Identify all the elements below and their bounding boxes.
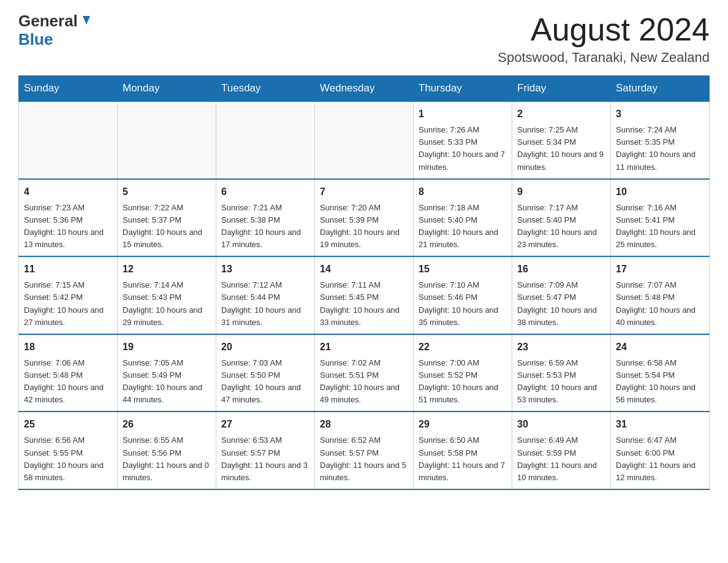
day-info: Sunrise: 7:00 AM Sunset: 5:52 PM Dayligh… <box>419 357 507 407</box>
day-info: Sunrise: 7:06 AM Sunset: 5:48 PM Dayligh… <box>24 357 112 407</box>
day-info: Sunrise: 7:11 AM Sunset: 5:45 PM Dayligh… <box>320 279 408 329</box>
calendar-cell: 22Sunrise: 7:00 AM Sunset: 5:52 PM Dayli… <box>414 334 512 412</box>
calendar-cell: 25Sunrise: 6:56 AM Sunset: 5:55 PM Dayli… <box>19 412 118 489</box>
calendar-cell: 16Sunrise: 7:09 AM Sunset: 5:47 PM Dayli… <box>512 256 611 334</box>
calendar-cell: 18Sunrise: 7:06 AM Sunset: 5:48 PM Dayli… <box>19 334 118 412</box>
calendar-cell: 19Sunrise: 7:05 AM Sunset: 5:49 PM Dayli… <box>118 334 216 412</box>
day-info: Sunrise: 6:55 AM Sunset: 5:56 PM Dayligh… <box>123 434 211 484</box>
day-number: 24 <box>616 340 704 354</box>
calendar-header-sunday: Sunday <box>19 76 118 102</box>
day-info: Sunrise: 6:50 AM Sunset: 5:58 PM Dayligh… <box>419 434 507 484</box>
logo-blue: Blue <box>18 30 53 49</box>
day-info: Sunrise: 7:23 AM Sunset: 5:36 PM Dayligh… <box>24 202 112 251</box>
day-info: Sunrise: 6:52 AM Sunset: 5:57 PM Dayligh… <box>320 434 408 484</box>
day-info: Sunrise: 7:09 AM Sunset: 5:47 PM Dayligh… <box>517 279 605 329</box>
day-info: Sunrise: 6:53 AM Sunset: 5:57 PM Dayligh… <box>221 434 309 484</box>
calendar-table: SundayMondayTuesdayWednesdayThursdayFrid… <box>18 75 710 490</box>
calendar-week-row: 1Sunrise: 7:26 AM Sunset: 5:33 PM Daylig… <box>19 101 710 179</box>
calendar-cell <box>315 101 414 179</box>
day-number: 4 <box>24 185 112 199</box>
calendar-week-row: 11Sunrise: 7:15 AM Sunset: 5:42 PM Dayli… <box>19 256 710 334</box>
day-info: Sunrise: 7:10 AM Sunset: 5:46 PM Dayligh… <box>419 279 507 329</box>
day-number: 9 <box>517 185 605 199</box>
calendar-week-row: 18Sunrise: 7:06 AM Sunset: 5:48 PM Dayli… <box>19 334 710 412</box>
day-number: 6 <box>221 185 309 199</box>
calendar-cell: 28Sunrise: 6:52 AM Sunset: 5:57 PM Dayli… <box>315 412 414 489</box>
calendar-cell: 30Sunrise: 6:49 AM Sunset: 5:59 PM Dayli… <box>512 412 611 489</box>
day-info: Sunrise: 7:16 AM Sunset: 5:41 PM Dayligh… <box>616 202 704 251</box>
calendar-cell: 14Sunrise: 7:11 AM Sunset: 5:45 PM Dayli… <box>315 256 414 334</box>
day-info: Sunrise: 7:25 AM Sunset: 5:34 PM Dayligh… <box>517 124 605 174</box>
day-number: 10 <box>616 185 704 199</box>
day-info: Sunrise: 7:26 AM Sunset: 5:33 PM Dayligh… <box>419 124 507 174</box>
calendar-header-wednesday: Wednesday <box>315 76 414 102</box>
day-number: 7 <box>320 185 408 199</box>
day-number: 17 <box>616 262 704 277</box>
day-info: Sunrise: 6:49 AM Sunset: 5:59 PM Dayligh… <box>517 434 605 484</box>
day-number: 3 <box>616 107 704 121</box>
calendar-cell: 13Sunrise: 7:12 AM Sunset: 5:44 PM Dayli… <box>216 256 315 334</box>
calendar-cell: 9Sunrise: 7:17 AM Sunset: 5:40 PM Daylig… <box>512 179 611 257</box>
day-info: Sunrise: 7:20 AM Sunset: 5:39 PM Dayligh… <box>320 202 408 251</box>
calendar-cell: 8Sunrise: 7:18 AM Sunset: 5:40 PM Daylig… <box>414 179 512 257</box>
calendar-cell: 27Sunrise: 6:53 AM Sunset: 5:57 PM Dayli… <box>216 412 315 489</box>
day-info: Sunrise: 6:47 AM Sunset: 6:00 PM Dayligh… <box>616 434 704 484</box>
calendar-header-saturday: Saturday <box>611 76 710 102</box>
calendar-cell: 3Sunrise: 7:24 AM Sunset: 5:35 PM Daylig… <box>611 101 710 179</box>
calendar-cell <box>216 101 315 179</box>
day-info: Sunrise: 6:56 AM Sunset: 5:55 PM Dayligh… <box>24 434 112 484</box>
day-number: 16 <box>517 262 605 277</box>
day-number: 2 <box>517 107 605 121</box>
day-number: 26 <box>123 417 211 432</box>
day-info: Sunrise: 6:59 AM Sunset: 5:53 PM Dayligh… <box>517 357 605 407</box>
calendar-cell: 24Sunrise: 6:58 AM Sunset: 5:54 PM Dayli… <box>611 334 710 412</box>
calendar-cell: 2Sunrise: 7:25 AM Sunset: 5:34 PM Daylig… <box>512 101 611 179</box>
day-number: 15 <box>419 262 507 277</box>
day-number: 30 <box>517 417 605 432</box>
calendar-cell: 31Sunrise: 6:47 AM Sunset: 6:00 PM Dayli… <box>611 412 710 489</box>
day-number: 5 <box>123 185 211 199</box>
calendar-cell: 17Sunrise: 7:07 AM Sunset: 5:48 PM Dayli… <box>611 256 710 334</box>
location: Spotswood, Taranaki, New Zealand <box>498 50 710 66</box>
day-number: 13 <box>221 262 309 277</box>
calendar-cell: 15Sunrise: 7:10 AM Sunset: 5:46 PM Dayli… <box>414 256 512 334</box>
day-info: Sunrise: 7:03 AM Sunset: 5:50 PM Dayligh… <box>221 357 309 407</box>
calendar-header-monday: Monday <box>118 76 216 102</box>
calendar-week-row: 4Sunrise: 7:23 AM Sunset: 5:36 PM Daylig… <box>19 179 710 257</box>
day-info: Sunrise: 6:58 AM Sunset: 5:54 PM Dayligh… <box>616 357 704 407</box>
day-info: Sunrise: 7:05 AM Sunset: 5:49 PM Dayligh… <box>123 357 211 407</box>
day-number: 20 <box>221 340 309 354</box>
day-number: 31 <box>616 417 704 432</box>
calendar-cell: 5Sunrise: 7:22 AM Sunset: 5:37 PM Daylig… <box>118 179 216 257</box>
day-number: 12 <box>123 262 211 277</box>
day-number: 21 <box>320 340 408 354</box>
logo-general: General <box>18 12 78 30</box>
day-number: 19 <box>123 340 211 354</box>
calendar-week-row: 25Sunrise: 6:56 AM Sunset: 5:55 PM Dayli… <box>19 412 710 489</box>
logo: General Blue <box>18 12 93 49</box>
day-info: Sunrise: 7:15 AM Sunset: 5:42 PM Dayligh… <box>24 279 112 329</box>
month-title: August 2024 <box>498 12 710 47</box>
calendar-cell: 21Sunrise: 7:02 AM Sunset: 5:51 PM Dayli… <box>315 334 414 412</box>
header-right: August 2024 Spotswood, Taranaki, New Zea… <box>498 12 710 66</box>
calendar-cell: 10Sunrise: 7:16 AM Sunset: 5:41 PM Dayli… <box>611 179 710 257</box>
calendar-cell: 1Sunrise: 7:26 AM Sunset: 5:33 PM Daylig… <box>414 101 512 179</box>
calendar-cell: 6Sunrise: 7:21 AM Sunset: 5:38 PM Daylig… <box>216 179 315 257</box>
day-info: Sunrise: 7:07 AM Sunset: 5:48 PM Dayligh… <box>616 279 704 329</box>
calendar-cell: 29Sunrise: 6:50 AM Sunset: 5:58 PM Dayli… <box>414 412 512 489</box>
calendar-cell: 23Sunrise: 6:59 AM Sunset: 5:53 PM Dayli… <box>512 334 611 412</box>
logo-triangle-icon <box>79 13 93 27</box>
calendar-cell: 7Sunrise: 7:20 AM Sunset: 5:39 PM Daylig… <box>315 179 414 257</box>
calendar-cell: 4Sunrise: 7:23 AM Sunset: 5:36 PM Daylig… <box>19 179 118 257</box>
calendar-cell <box>19 101 118 179</box>
day-info: Sunrise: 7:02 AM Sunset: 5:51 PM Dayligh… <box>320 357 408 407</box>
day-info: Sunrise: 7:14 AM Sunset: 5:43 PM Dayligh… <box>123 279 211 329</box>
day-number: 14 <box>320 262 408 277</box>
day-number: 8 <box>419 185 507 199</box>
day-number: 18 <box>24 340 112 354</box>
day-number: 23 <box>517 340 605 354</box>
calendar-header-friday: Friday <box>512 76 611 102</box>
day-number: 28 <box>320 417 408 432</box>
day-info: Sunrise: 7:24 AM Sunset: 5:35 PM Dayligh… <box>616 124 704 174</box>
day-info: Sunrise: 7:21 AM Sunset: 5:38 PM Dayligh… <box>221 202 309 251</box>
